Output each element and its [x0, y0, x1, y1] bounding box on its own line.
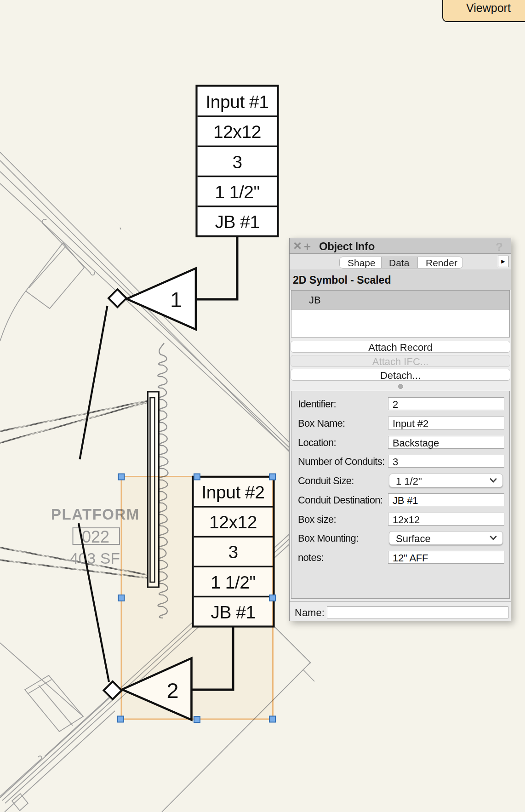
svg-text:1: 1	[170, 287, 182, 312]
svg-text:Input #1: Input #1	[206, 92, 269, 112]
svg-text:JB #1: JB #1	[215, 212, 259, 232]
svg-text:022: 022	[82, 527, 109, 546]
svg-text:12x12: 12x12	[213, 122, 261, 142]
svg-text:403 SF: 403 SF	[70, 549, 120, 567]
svg-text:3: 3	[232, 152, 242, 172]
svg-text:1 1/2": 1 1/2"	[215, 182, 260, 202]
